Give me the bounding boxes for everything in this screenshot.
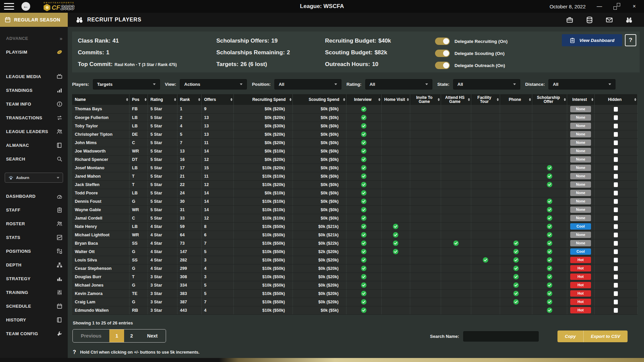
scholarship-offer-cell[interactable] <box>532 122 567 130</box>
page-button-1[interactable]: 1 <box>109 329 124 342</box>
home-visit-cell[interactable] <box>381 155 410 164</box>
interview-cell[interactable] <box>346 214 381 222</box>
table-row[interactable]: Jack SteffenT5 Star2212$10k ($20k)$0k ($… <box>72 180 637 189</box>
facility-tour-cell[interactable] <box>471 222 500 231</box>
sidebar-item-standings[interactable]: STANDINGS <box>0 83 68 97</box>
interview-cell[interactable] <box>346 113 381 122</box>
facility-tour-cell[interactable] <box>471 256 500 264</box>
interview-cell[interactable] <box>346 122 381 130</box>
scholarship-offer-cell[interactable] <box>532 130 567 138</box>
attend-hs-game-cell[interactable] <box>441 289 471 298</box>
table-row[interactable]: Josef MontanoLB5 Star1715$10k ($20k)$0k … <box>72 164 637 172</box>
scout-binoculars-icon[interactable] <box>626 16 633 23</box>
hidden-checkbox[interactable] <box>614 275 618 279</box>
hidden-checkbox[interactable] <box>614 107 618 112</box>
interview-cell[interactable] <box>346 164 381 172</box>
delegate-toggle-delegate-scouting-on[interactable] <box>435 50 450 57</box>
sidebar-item-almanac[interactable]: ALMANAC <box>0 138 68 152</box>
facility-tour-cell[interactable] <box>471 239 500 247</box>
table-row[interactable]: George FullertonLB5 Star213$0k ($20k)$0k… <box>72 113 637 122</box>
phone-cell[interactable] <box>500 239 532 247</box>
phone-cell[interactable] <box>500 273 532 281</box>
table-row[interactable]: Joe WadsworthWR5 Star1314$0k ($10k)$0k (… <box>72 147 637 155</box>
invite-to-game-cell[interactable] <box>410 147 441 155</box>
table-row[interactable]: Louis SilvaSS4 Star2823$10k ($50k)$0k ($… <box>72 256 637 264</box>
column-header-interest[interactable]: Interest <box>567 94 594 105</box>
invite-to-game-cell[interactable] <box>410 130 441 138</box>
state-select[interactable]: All <box>453 79 520 89</box>
interview-cell[interactable] <box>346 306 381 314</box>
interest-badge[interactable]: None <box>570 181 591 188</box>
briefcase-icon[interactable] <box>566 16 573 23</box>
invite-to-game-cell[interactable] <box>410 180 441 189</box>
table-row[interactable]: Todd PooreLB5 Star2414$0k ($10k)$0k ($0k… <box>72 189 637 197</box>
home-visit-cell[interactable] <box>381 147 410 155</box>
interest-badge[interactable]: None <box>570 114 591 121</box>
interview-cell[interactable] <box>346 155 381 164</box>
invite-to-game-cell[interactable] <box>410 205 441 214</box>
hidden-checkbox[interactable] <box>614 249 618 254</box>
table-row[interactable]: Michael LightfootWR4 Star646$10k ($50k)$… <box>72 231 637 239</box>
phone-cell[interactable] <box>500 306 532 314</box>
column-header-phone[interactable]: Phone <box>500 94 532 105</box>
hidden-checkbox[interactable] <box>614 207 618 212</box>
scholarship-offer-cell[interactable] <box>532 138 567 147</box>
scholarship-offer-cell[interactable] <box>532 214 567 222</box>
interest-badge[interactable]: Hot <box>570 265 591 272</box>
hidden-checkbox[interactable] <box>614 149 618 154</box>
hidden-checkbox[interactable] <box>614 199 618 204</box>
home-visit-cell[interactable] <box>381 298 410 306</box>
home-visit-cell[interactable] <box>381 247 410 256</box>
hidden-checkbox[interactable] <box>614 182 618 187</box>
scholarship-offer-cell[interactable] <box>532 264 567 273</box>
facility-tour-cell[interactable] <box>471 273 500 281</box>
facility-tour-cell[interactable] <box>471 172 500 180</box>
scholarship-offer-cell[interactable] <box>532 239 567 247</box>
hidden-checkbox[interactable] <box>614 216 618 221</box>
column-header-name[interactable]: Name <box>72 94 129 105</box>
home-visit-cell[interactable] <box>381 289 410 298</box>
scholarship-offer-cell[interactable] <box>532 105 567 113</box>
table-row[interactable]: Kevin ZamoraTE3 Star3835$10k ($50k)$0k (… <box>72 289 637 298</box>
phone-cell[interactable] <box>500 222 532 231</box>
scholarship-offer-cell[interactable] <box>532 289 567 298</box>
phone-cell[interactable] <box>500 172 532 180</box>
attend-hs-game-cell[interactable] <box>441 130 471 138</box>
sidebar-item-advance[interactable]: ADVANCE» <box>0 32 68 45</box>
table-row[interactable]: Dennis FoustG5 Star3014$10k ($10k)$0k ($… <box>72 197 637 205</box>
phone-cell[interactable] <box>500 189 532 197</box>
facility-tour-cell[interactable] <box>471 138 500 147</box>
phone-cell[interactable] <box>500 205 532 214</box>
interview-cell[interactable] <box>346 130 381 138</box>
search-name-input[interactable] <box>463 331 539 342</box>
table-row[interactable]: Richard SpencerDT5 Star1612$0k ($20k)$0k… <box>72 155 637 164</box>
interest-badge[interactable]: None <box>570 190 591 196</box>
interest-badge[interactable]: None <box>570 173 591 179</box>
attend-hs-game-cell[interactable] <box>441 239 471 247</box>
hidden-checkbox[interactable] <box>614 283 618 288</box>
interview-cell[interactable] <box>346 222 381 231</box>
sidebar-item-league-media[interactable]: LEAGUE MEDIA <box>0 70 68 83</box>
invite-to-game-cell[interactable] <box>410 256 441 264</box>
interest-badge[interactable]: Hot <box>570 282 591 288</box>
scholarship-offer-cell[interactable] <box>532 155 567 164</box>
phone-cell[interactable] <box>500 122 532 130</box>
home-visit-cell[interactable] <box>381 197 410 205</box>
hidden-checkbox[interactable] <box>614 157 618 162</box>
scholarship-offer-cell[interactable] <box>532 197 567 205</box>
table-row[interactable]: Toby TaylorLB5 Star413$0k ($30k)$0k ($0k… <box>72 122 637 130</box>
facility-tour-cell[interactable] <box>471 264 500 273</box>
sidebar-item-play-sim[interactable]: PLAY/SIM <box>0 45 68 59</box>
attend-hs-game-cell[interactable] <box>441 189 471 197</box>
interview-cell[interactable] <box>346 197 381 205</box>
column-header-rating[interactable]: Rating <box>148 94 177 105</box>
interview-cell[interactable] <box>346 247 381 256</box>
attend-hs-game-cell[interactable] <box>441 222 471 231</box>
scholarship-offer-cell[interactable] <box>532 180 567 189</box>
invite-to-game-cell[interactable] <box>410 231 441 239</box>
home-visit-cell[interactable] <box>381 205 410 214</box>
home-visit-cell[interactable] <box>381 189 410 197</box>
facility-tour-cell[interactable] <box>471 155 500 164</box>
close-button[interactable]: × <box>631 3 638 9</box>
invite-to-game-cell[interactable] <box>410 122 441 130</box>
